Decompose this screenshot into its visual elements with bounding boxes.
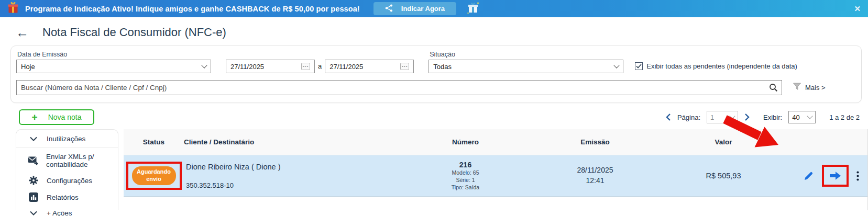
chevron-down-icon (28, 211, 39, 215)
sidebar-item-label: Enviar XMLs p/ contabilidade (46, 153, 115, 168)
sidebar-item-label: + Ações (47, 209, 72, 216)
date-from-input[interactable]: 27/11/2025 ••• (226, 60, 315, 73)
filter-panel: Data de Emissão Hoje 27/11/2025 ••• a 27… (10, 46, 862, 103)
date-preset-select[interactable]: Hoje (16, 60, 211, 73)
sidebar-item-label: Inutilizações (47, 135, 85, 143)
content: Inutilizações Enviar XMLs p/ contabilida… (16, 129, 868, 210)
client-name: Dione Ribeiro Niza ( Dione ) (186, 163, 393, 171)
pending-checkbox-label: Exibir todas as pendentes (independente … (646, 62, 797, 70)
actions-sidebar: Inutilizações Enviar XMLs p/ contabilida… (16, 129, 118, 210)
annotation-box-arrow (822, 165, 849, 187)
situacao-select[interactable]: Todas (428, 60, 623, 73)
chevron-down-icon (729, 113, 735, 119)
client-document: 350.352.518-10 (186, 181, 393, 189)
page-value: 1 (710, 113, 714, 121)
promo-banner: Programa de Indicação Ativo! Indique ami… (0, 0, 868, 17)
checkbox-checked-icon[interactable] (635, 62, 643, 70)
column-header-numero: Número (393, 138, 537, 146)
indicar-agora-label: Indicar Agora (401, 5, 445, 13)
next-page-icon[interactable] (744, 113, 750, 121)
chevron-down-icon (28, 137, 39, 141)
date-to-input[interactable]: 27/11/2025 ••• (325, 60, 414, 73)
column-header-emissao: Emissão (537, 138, 653, 146)
more-filters-label: Mais > (805, 84, 826, 92)
page-header: ← Nota Fiscal de Consumidor (NFC-e) (0, 17, 868, 46)
sidebar-item-label: Relatórios (47, 194, 79, 201)
share-icon (385, 4, 393, 14)
sidebar-item-label: Configurações (47, 177, 92, 185)
status-badge: Aguardando envio (132, 166, 176, 185)
sidebar-item-relatorios[interactable]: Relatórios (16, 189, 118, 206)
note-value: R$ 505,93 (706, 172, 741, 180)
more-options-icon[interactable] (856, 171, 859, 181)
giftbox-icon (467, 1, 479, 17)
calendar-icon[interactable]: ••• (301, 63, 310, 70)
back-arrow-icon[interactable]: ← (16, 27, 29, 38)
mail-forward-icon (28, 156, 39, 165)
bar-chart-icon (28, 192, 39, 202)
chevron-down-icon (201, 62, 207, 68)
sidebar-item-inutilizacoes[interactable]: Inutilizações (16, 131, 118, 148)
note-model: Modelo: 65 (393, 169, 537, 176)
gear-icon (28, 176, 39, 185)
send-arrow-icon[interactable] (829, 170, 842, 181)
search-icon[interactable] (769, 83, 778, 94)
annotation-box-status: Aguardando envio (126, 162, 182, 190)
date-emission-label: Data de Emissão (17, 51, 211, 58)
plus-icon: + (32, 111, 38, 123)
gift-icon (7, 2, 19, 16)
note-series: Série: 1 (393, 176, 537, 184)
page-title: Nota Fiscal de Consumidor (NFC-e) (42, 26, 226, 39)
chevron-down-icon (807, 113, 813, 119)
page-select[interactable]: 1 (707, 111, 738, 123)
note-number: 216 (393, 161, 537, 169)
notes-table: Status Cliente / Destinatário Número Emi… (124, 129, 868, 210)
new-note-label: Nova nota (48, 113, 82, 121)
chevron-down-icon (614, 62, 620, 68)
previous-page-icon[interactable] (666, 113, 671, 121)
emission-time: 12:41 (537, 176, 653, 186)
pagination: Página: 1 Exibir: 40 1 a 2 de 2 (666, 111, 860, 123)
calendar-icon[interactable]: ••• (400, 63, 409, 70)
show-select[interactable]: 40 (788, 111, 816, 123)
search-input[interactable] (16, 80, 782, 95)
column-header-status: Status (124, 138, 184, 146)
sidebar-item-acoes[interactable]: + Ações (16, 206, 118, 216)
date-to-value: 27/11/2025 (329, 63, 363, 71)
situacao-value: Todas (433, 63, 452, 71)
toolbar: + Nova nota Página: 1 Exibir: 40 1 a 2 d… (0, 103, 868, 129)
page-label: Página: (677, 113, 700, 121)
funnel-icon (793, 83, 801, 93)
edit-pencil-icon[interactable] (803, 170, 814, 181)
column-header-valor: Valor (653, 138, 794, 146)
date-between-label: a (318, 62, 322, 70)
promo-message: Programa de Indicação Ativo! Indique ami… (25, 5, 360, 13)
date-preset-value: Hoje (21, 63, 35, 71)
show-value: 40 (792, 113, 799, 121)
column-header-cliente: Cliente / Destinatário (184, 138, 393, 146)
new-note-button[interactable]: + Nova nota (19, 109, 94, 125)
show-label: Exibir: (763, 113, 782, 121)
emission-date: 28/11/2025 (537, 165, 653, 176)
more-filters-button[interactable]: Mais > (793, 83, 826, 93)
pending-checkbox[interactable]: Exibir todas as pendentes (independente … (635, 62, 797, 70)
date-from-value: 27/11/2025 (230, 63, 264, 71)
note-type: Tipo: Saída (393, 184, 537, 191)
close-banner-icon[interactable]: ✕ (854, 4, 861, 14)
situacao-label: Situação (430, 51, 623, 58)
range-label: 1 a 2 de 2 (829, 113, 860, 121)
table-row[interactable]: Aguardando envio Dione Ribeiro Niza ( Di… (124, 155, 867, 197)
indicar-agora-button[interactable]: Indicar Agora (373, 2, 456, 15)
sidebar-item-enviar-xmls[interactable]: Enviar XMLs p/ contabilidade (16, 149, 118, 172)
sidebar-item-configuracoes[interactable]: Configurações (16, 172, 118, 189)
table-header-row: Status Cliente / Destinatário Número Emi… (124, 129, 867, 155)
